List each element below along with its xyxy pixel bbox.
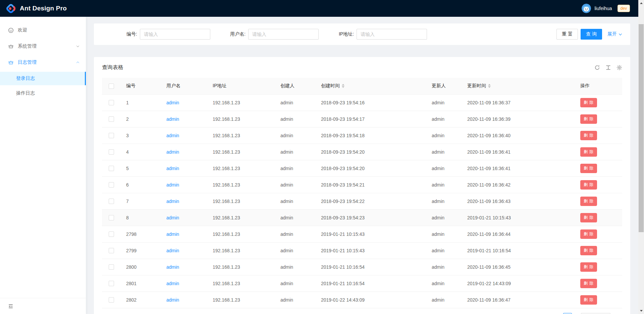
query-button[interactable]: 查 询 [581,29,602,40]
cell-updated-time: 2020-11-09 16:36:45 [462,259,575,275]
row-checkbox[interactable] [109,231,114,237]
row-checkbox[interactable] [109,281,114,286]
cell-creator: admin [275,176,316,193]
density-icon[interactable] [605,65,611,70]
delete-button[interactable]: 删 除 [580,114,597,124]
reset-button[interactable]: 重 置 [556,29,578,40]
pagination-page-size-select[interactable] [581,313,610,314]
delete-button[interactable]: 删 除 [580,180,597,190]
delete-button[interactable]: 删 除 [580,213,597,222]
username-link[interactable]: admin [166,199,179,204]
cell-id: 7 [121,193,161,209]
scrollbar-down-arrow-icon[interactable] [640,310,643,312]
username-link[interactable]: admin [166,116,179,122]
cell-updater: admin [426,275,462,292]
id-field[interactable] [140,29,210,40]
row-checkbox[interactable] [109,100,114,105]
cell-id: 8 [121,209,161,226]
cell-updated-time: 2020-11-09 16:36:44 [462,226,575,242]
row-checkbox[interactable] [109,149,114,155]
sidebar-item-login-log[interactable]: 登录日志 [0,72,86,85]
vertical-scrollbar[interactable] [638,0,644,314]
row-checkbox[interactable] [109,166,114,171]
user-avatar[interactable] [582,4,591,13]
row-checkbox[interactable] [109,199,114,204]
delete-button[interactable]: 删 除 [580,229,597,239]
cell-updated-time: 2020-11-09 16:36:41 [462,144,575,160]
sidebar-item-system-management[interactable]: 系统管理 [0,40,86,53]
username-link[interactable]: admin [166,215,179,220]
pagination [102,313,622,314]
cell-ip: 192.168.1.23 [207,160,275,176]
username-link[interactable]: admin [166,182,179,188]
cell-id: 3 [121,127,161,144]
user-name[interactable]: liufeihua [594,6,612,11]
table-row: 6admin192.168.1.23admin2018-09-23 19:54:… [102,176,622,193]
sidebar-item-operation-log[interactable]: 操作日志 [0,87,86,100]
cell-ip: 192.168.1.23 [207,226,275,242]
cell-creator: admin [275,292,316,308]
cell-ip: 192.168.1.23 [207,259,275,275]
cell-id: 2800 [121,259,161,275]
crown-icon [8,44,14,49]
chevron-down-icon [76,44,80,48]
cell-updater: admin [426,127,462,144]
delete-button[interactable]: 删 除 [580,131,597,140]
delete-button[interactable]: 删 除 [580,262,597,272]
scrollbar-thumb[interactable] [639,24,644,232]
expand-link[interactable]: 展开 [607,31,622,37]
pagination-page-button[interactable] [563,313,572,314]
username-link[interactable]: admin [166,231,179,237]
username-link[interactable]: admin [166,264,179,270]
username-link[interactable]: admin [166,100,179,105]
sidebar-item-welcome[interactable]: 欢迎 [0,23,86,37]
delete-button[interactable]: 删 除 [580,98,597,107]
username-field[interactable] [248,29,319,40]
cell-updater: admin [426,94,462,111]
cell-created-time: 2018-09-23 19:54:16 [316,94,426,111]
delete-button[interactable]: 删 除 [580,246,597,255]
username-link[interactable]: admin [166,297,179,303]
cell-updater: admin [426,176,462,193]
sort-toggle[interactable] [342,84,344,88]
row-checkbox[interactable] [109,182,114,188]
cell-ip: 192.168.1.23 [207,209,275,226]
select-all-checkbox[interactable] [109,84,114,89]
row-checkbox[interactable] [109,264,114,270]
sidebar-item-label: 操作日志 [16,90,35,96]
username-link[interactable]: admin [166,166,179,171]
username-link[interactable]: admin [166,248,179,253]
settings-gear-icon[interactable] [616,65,622,70]
cell-creator: admin [275,127,316,144]
scrollbar-up-arrow-icon[interactable] [640,2,643,4]
reload-icon[interactable] [594,65,600,70]
row-checkbox[interactable] [109,248,114,253]
row-checkbox[interactable] [109,116,114,122]
sidebar-item-log-management[interactable]: 日志管理 [0,56,86,69]
cell-ip: 192.168.1.23 [207,144,275,160]
cell-updater: admin [426,193,462,209]
delete-button[interactable]: 删 除 [580,164,597,173]
sort-toggle[interactable] [488,84,491,88]
delete-button[interactable]: 删 除 [580,147,597,157]
username-link[interactable]: admin [166,149,179,155]
cell-updater: admin [426,209,462,226]
delete-button[interactable]: 删 除 [580,197,597,206]
cell-created-time: 2019-01-21 10:16:54 [316,259,426,275]
sidebar-item-label: 日志管理 [18,59,76,65]
sidebar-item-label: 系统管理 [18,43,76,49]
logo[interactable]: Ant Design Pro [5,3,67,14]
delete-button[interactable]: 删 除 [580,295,597,305]
cell-id: 6 [121,176,161,193]
ip-field[interactable] [357,29,427,40]
cell-creator: admin [275,242,316,259]
row-checkbox[interactable] [109,215,114,220]
sidebar-collapse-trigger[interactable] [0,298,86,314]
row-checkbox[interactable] [109,133,114,138]
cell-created-time: 2019-01-21 10:16:54 [316,275,426,292]
username-link[interactable]: admin [166,281,179,286]
row-checkbox[interactable] [109,297,114,303]
sidebar-item-label: 登录日志 [16,75,35,82]
username-link[interactable]: admin [166,133,179,138]
delete-button[interactable]: 删 除 [580,279,597,288]
